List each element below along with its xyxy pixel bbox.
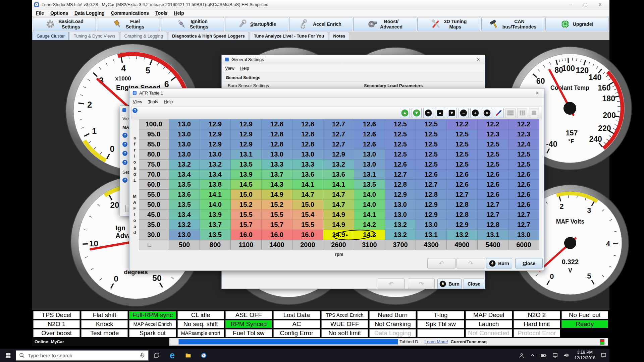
afr-cell[interactable]: 13.0: [169, 149, 200, 160]
help-icon[interactable]: ?: [132, 108, 138, 113]
afr-cell[interactable]: 13.9: [200, 210, 231, 220]
afr-cell[interactable]: 12.8: [385, 180, 416, 190]
afr-cell[interactable]: 13.3: [262, 160, 292, 170]
toolbar-button-basic-load-settings[interactable]: Basic/LoadSettings: [33, 17, 96, 31]
afr-cell[interactable]: 13.2: [447, 230, 478, 240]
afr-cell[interactable]: 13.3: [292, 160, 323, 170]
afr-cell[interactable]: 12.5: [416, 160, 447, 170]
shift-up-icon[interactable]: ▲: [435, 108, 445, 118]
afr-cell[interactable]: 14.9: [323, 210, 354, 220]
afr-cell[interactable]: 12.5: [447, 129, 478, 139]
afr-cell[interactable]: 12.7: [385, 170, 416, 180]
afr-cell[interactable]: 14.3: [354, 230, 385, 240]
afr-cell[interactable]: 12.9: [231, 129, 262, 139]
afr-cell[interactable]: 13.0: [354, 149, 385, 160]
help-icon[interactable]: ?: [122, 151, 127, 156]
tab-graphing-logging[interactable]: Graphing & Logging: [120, 32, 167, 40]
menu-item-communications[interactable]: Communications: [111, 10, 149, 16]
menu-item-tools[interactable]: Tools: [155, 10, 167, 16]
afr-cell[interactable]: 13.5: [200, 230, 231, 240]
afr-cell[interactable]: 14.0: [354, 190, 385, 200]
task-view-button[interactable]: [149, 349, 164, 362]
afr-cell[interactable]: 12.3: [478, 129, 508, 139]
menu-item-file[interactable]: File: [36, 10, 44, 16]
tab-tune-analyze-live-tune-for-you[interactable]: Tune Analyze Live! - Tune For You: [250, 32, 328, 40]
afr-cell[interactable]: 12.5: [447, 160, 478, 170]
edit-pencil-icon[interactable]: [494, 108, 504, 118]
afr-cell[interactable]: 13.0: [262, 149, 292, 160]
afr-cell[interactable]: 12.5: [478, 139, 508, 149]
afr-cell[interactable]: 12.7: [323, 129, 354, 139]
afr-cell[interactable]: 12.6: [478, 180, 508, 190]
taskbar-clock[interactable]: 3:19 PM 12/12/2018: [574, 350, 595, 361]
menu-item-data-logging[interactable]: Data Logging: [74, 10, 104, 16]
menu-item-view[interactable]: View: [133, 99, 142, 104]
afr-cell[interactable]: 12.9: [416, 210, 447, 220]
afr-cell[interactable]: 12.2: [447, 119, 478, 129]
edge-button[interactable]: e: [164, 349, 180, 362]
help-icon[interactable]: ?: [122, 142, 127, 147]
afr-cell[interactable]: 12.5: [385, 149, 416, 160]
afr-cell[interactable]: 15.4: [292, 210, 323, 220]
afr-cell[interactable]: 14.0: [200, 200, 231, 210]
scale-down-icon[interactable]: ▼: [412, 108, 422, 118]
set-equal-icon[interactable]: =: [423, 108, 433, 118]
afr-cell[interactable]: 13.4: [169, 170, 200, 180]
afr-cell[interactable]: 12.6: [354, 119, 385, 129]
tunerstudio-taskbar-button[interactable]: [196, 349, 212, 362]
learn-more-link[interactable]: Learn More!: [425, 339, 448, 344]
afr-cell[interactable]: 13.7: [200, 220, 231, 230]
afr-cell[interactable]: 13.1: [231, 149, 262, 160]
afr-cell[interactable]: 12.5: [447, 149, 478, 160]
increment-icon[interactable]: +: [470, 108, 480, 118]
afr-cell[interactable]: 13.8: [200, 180, 231, 190]
afr-cell[interactable]: 15.0: [292, 200, 323, 210]
people-icon[interactable]: [519, 353, 525, 358]
afr-cell[interactable]: 12.8: [292, 139, 323, 149]
afr-cell[interactable]: 15.7: [231, 220, 262, 230]
undo-button[interactable]: ↶: [427, 258, 455, 268]
afr-cell[interactable]: 12.9: [447, 220, 478, 230]
menu-item-help[interactable]: Help: [174, 10, 184, 16]
afr-cell[interactable]: 16.0: [231, 230, 262, 240]
afr-cell[interactable]: 13.0: [169, 230, 200, 240]
afr-cell[interactable]: 12.8: [262, 129, 292, 139]
afr-cell[interactable]: 12.6: [447, 170, 478, 180]
afr-cell[interactable]: 14.9: [323, 220, 354, 230]
afr-cell[interactable]: 13.5: [169, 180, 200, 190]
microphone-icon[interactable]: [139, 352, 145, 358]
menu-item-options[interactable]: Options: [50, 10, 68, 16]
afr-cell[interactable]: 12.5: [447, 139, 478, 149]
start-button[interactable]: [0, 349, 16, 362]
close-icon[interactable]: ×: [534, 90, 541, 96]
afr-cell[interactable]: 12.5: [416, 139, 447, 149]
afr-cell[interactable]: 12.7: [478, 210, 508, 220]
afr-cell[interactable]: 13.5: [169, 200, 200, 210]
afr-cell[interactable]: 12.6: [478, 190, 508, 200]
afr-cell[interactable]: 13.1: [354, 170, 385, 180]
tab-diagnostics-high-speed-loggers[interactable]: Diagnostics & High Speed Loggers: [168, 32, 249, 40]
afr-cell[interactable]: 15.2: [231, 200, 262, 210]
close-button[interactable]: Close: [515, 258, 543, 268]
afr-cell[interactable]: 12.6: [447, 180, 478, 190]
afr-cell[interactable]: 12.5: [508, 149, 539, 160]
afr-cell[interactable]: 13.2: [385, 230, 416, 240]
multiply-icon[interactable]: ×: [482, 108, 492, 118]
afr-cell[interactable]: 13.9: [231, 170, 262, 180]
battery-icon[interactable]: [541, 352, 547, 358]
redo-button[interactable]: ↷: [457, 258, 485, 268]
afr-cell[interactable]: 13.7: [262, 170, 292, 180]
scale-up-icon[interactable]: ▲: [400, 108, 410, 118]
afr-cell[interactable]: 15.2: [262, 200, 292, 210]
afr-cell[interactable]: 12.8: [447, 210, 478, 220]
afr-cell[interactable]: 13.0: [292, 149, 323, 160]
file-explorer-button[interactable]: [180, 349, 196, 362]
afr-cell[interactable]: 14.9: [262, 190, 292, 200]
afr-cell[interactable]: 12.7: [508, 220, 539, 230]
afr-cell[interactable]: 14.3: [262, 180, 292, 190]
afr-cell[interactable]: 15.5: [262, 210, 292, 220]
afr-cell[interactable]: 12.5: [416, 129, 447, 139]
afr-cell[interactable]: 12.6: [508, 190, 539, 200]
toolbar-button-3d-tuning-maps[interactable]: 3D TuningMaps: [417, 17, 480, 31]
afr-cell[interactable]: 13.0: [385, 200, 416, 210]
